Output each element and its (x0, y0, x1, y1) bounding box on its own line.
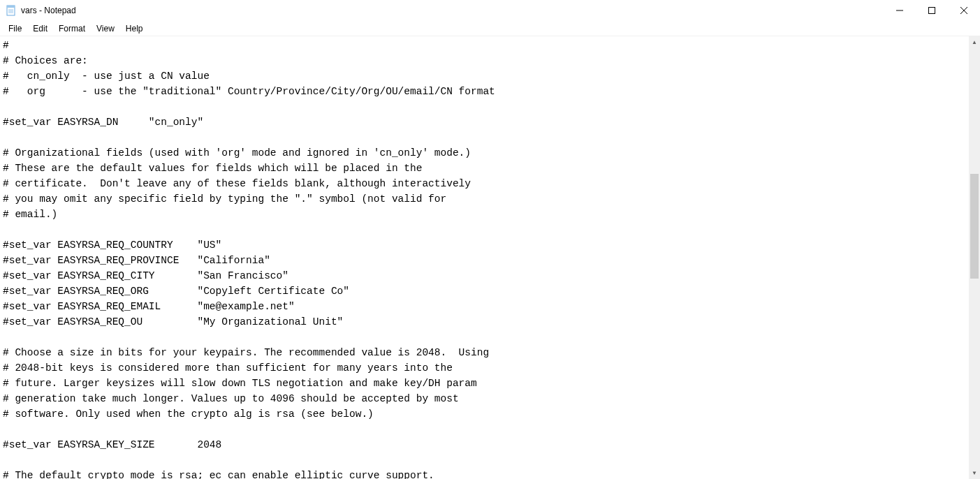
scroll-thumb[interactable] (970, 174, 979, 279)
editor-container: # # Choices are: # cn_only - use just a … (0, 36, 980, 479)
minimize-icon (896, 7, 903, 14)
scroll-up-arrow[interactable]: ▲ (969, 36, 980, 48)
window-controls (884, 0, 980, 21)
scroll-down-arrow[interactable]: ▼ (969, 467, 980, 479)
close-icon (960, 7, 967, 14)
menu-edit[interactable]: Edit (27, 22, 53, 35)
menu-help[interactable]: Help (120, 22, 149, 35)
minimize-button[interactable] (884, 0, 916, 21)
maximize-button[interactable] (916, 0, 948, 21)
close-button[interactable] (948, 0, 980, 21)
notepad-icon (6, 5, 17, 16)
titlebar: vars - Notepad (0, 0, 980, 21)
text-editor[interactable]: # # Choices are: # cn_only - use just a … (0, 36, 968, 479)
maximize-icon (928, 7, 935, 14)
menu-view[interactable]: View (91, 22, 120, 35)
window-title: vars - Notepad (21, 6, 76, 15)
scroll-track[interactable] (969, 48, 980, 467)
menu-file[interactable]: File (3, 22, 27, 35)
svg-rect-1 (7, 6, 15, 8)
titlebar-left: vars - Notepad (6, 5, 76, 16)
menu-format[interactable]: Format (53, 22, 91, 35)
vertical-scrollbar[interactable]: ▲ ▼ (968, 36, 980, 479)
menubar: File Edit Format View Help (0, 21, 980, 36)
svg-rect-6 (929, 8, 935, 14)
